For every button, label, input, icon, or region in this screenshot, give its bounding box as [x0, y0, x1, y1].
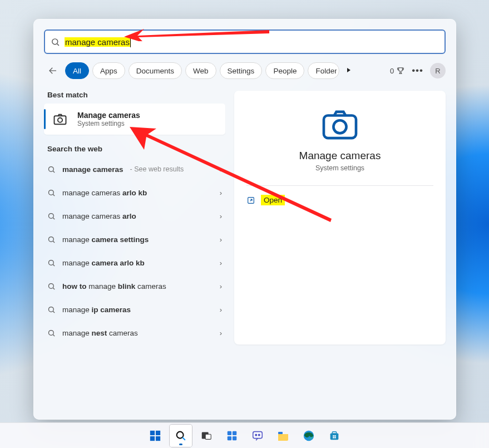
search-icon: [47, 235, 56, 244]
preview-divider: [246, 185, 433, 186]
web-result-item[interactable]: manage cameras arlo kb›: [44, 181, 225, 204]
svg-rect-32: [205, 434, 211, 439]
best-match-subtitle: System settings: [77, 120, 140, 127]
text-caret: [130, 36, 131, 47]
back-button[interactable]: [44, 62, 62, 80]
svg-rect-26: [155, 430, 160, 435]
svg-rect-37: [253, 431, 262, 438]
user-avatar[interactable]: R: [430, 63, 446, 78]
svg-rect-34: [232, 431, 236, 435]
web-result-hint: - See web results: [130, 165, 184, 173]
trophy-icon: [396, 66, 405, 75]
svg-point-20: [49, 330, 54, 335]
svg-point-0: [52, 38, 58, 44]
svg-rect-25: [150, 430, 154, 435]
web-result-item[interactable]: manage nest cameras›: [44, 321, 225, 344]
taskbar-widgets-button[interactable]: [221, 425, 243, 447]
preview-card: Manage cameras System settings Open: [234, 91, 446, 344]
chevron-right-icon: ›: [220, 282, 222, 291]
svg-rect-43: [332, 431, 336, 434]
taskbar-store-button[interactable]: [323, 425, 345, 447]
camera-icon: [51, 110, 70, 129]
web-result-item[interactable]: how to manage blink cameras›: [44, 274, 225, 298]
web-result-item[interactable]: manage camera settings›: [44, 228, 225, 251]
search-icon: [47, 212, 56, 220]
filter-tab-apps[interactable]: Apps: [92, 62, 125, 79]
svg-point-39: [258, 434, 260, 436]
preview-camera-icon: [246, 107, 433, 140]
svg-rect-42: [330, 433, 338, 440]
more-options-button[interactable]: •••: [412, 65, 423, 76]
chevron-right-icon: ›: [220, 329, 222, 337]
taskbar-chat-button[interactable]: [246, 425, 269, 447]
svg-point-38: [255, 434, 256, 436]
search-web-label: Search the web: [47, 145, 225, 153]
filter-scroll-right[interactable]: [343, 67, 355, 74]
filter-tab-settings[interactable]: Settings: [220, 62, 263, 79]
taskbar-explorer-button[interactable]: [272, 425, 294, 447]
svg-marker-3: [347, 68, 350, 72]
svg-rect-47: [334, 437, 335, 438]
results-column: Best match Manage cameras System setting…: [44, 91, 225, 344]
web-result-item[interactable]: manage cameras - See web results›: [44, 157, 225, 181]
taskbar-start-button[interactable]: [144, 425, 166, 447]
web-results-list: manage cameras - See web results›manage …: [44, 157, 225, 344]
search-icon: [47, 329, 56, 337]
best-match-item[interactable]: Manage cameras System settings: [44, 104, 225, 135]
svg-point-14: [49, 260, 54, 265]
search-query-text[interactable]: manage cameras: [65, 37, 130, 47]
best-match-title: Manage cameras: [77, 111, 140, 120]
web-result-item[interactable]: manage cameras arlo›: [44, 204, 225, 228]
search-icon: [47, 282, 56, 291]
svg-rect-4: [55, 116, 66, 124]
svg-point-16: [49, 283, 54, 288]
chevron-right-icon: ›: [220, 259, 222, 267]
filter-tab-documents[interactable]: Documents: [129, 62, 182, 79]
web-result-text: manage cameras arlo: [62, 212, 136, 220]
filter-tab-folders[interactable]: Folders: [308, 62, 339, 79]
svg-point-8: [49, 190, 54, 195]
web-result-text: how to manage blink cameras: [62, 282, 166, 291]
chevron-right-icon: ›: [220, 189, 222, 197]
web-result-text: manage camera arlo kb: [62, 259, 145, 267]
search-icon: [47, 189, 56, 197]
svg-line-21: [53, 334, 55, 336]
taskbar-taskview-button[interactable]: [195, 425, 218, 447]
rewards-indicator[interactable]: 0: [390, 66, 405, 75]
web-result-text: manage cameras: [62, 165, 124, 174]
web-result-text: manage nest cameras: [62, 329, 138, 337]
start-search-panel: manage cameras All Apps Documents Web Se…: [33, 19, 456, 420]
svg-rect-46: [333, 437, 334, 438]
svg-line-7: [53, 171, 55, 173]
web-result-item[interactable]: manage ip cameras›: [44, 298, 225, 321]
svg-line-1: [57, 43, 59, 45]
open-action[interactable]: Open: [246, 195, 433, 205]
taskbar-edge-button[interactable]: [298, 425, 320, 447]
svg-line-15: [53, 264, 55, 266]
best-match-label: Best match: [47, 91, 225, 99]
svg-point-29: [176, 431, 183, 438]
filter-tab-all[interactable]: All: [65, 62, 89, 79]
chevron-right-icon: ›: [220, 235, 222, 244]
web-result-item[interactable]: manage camera arlo kb›: [44, 251, 225, 274]
preview-subtitle: System settings: [246, 164, 433, 172]
svg-rect-40: [278, 432, 283, 434]
search-icon: [47, 259, 56, 267]
svg-rect-27: [150, 436, 154, 440]
filter-tab-people[interactable]: People: [265, 62, 304, 79]
svg-rect-28: [155, 436, 160, 440]
preview-title: Manage cameras: [246, 150, 433, 162]
open-external-icon: [246, 196, 255, 205]
search-icon: [47, 306, 56, 314]
svg-rect-22: [324, 116, 356, 139]
search-icon: [51, 37, 60, 47]
svg-line-19: [53, 311, 55, 313]
open-label: Open: [261, 195, 285, 205]
web-result-text: manage camera settings: [62, 235, 149, 244]
search-input-container[interactable]: manage cameras: [44, 29, 446, 54]
svg-line-30: [182, 437, 185, 440]
taskbar-search-button[interactable]: [170, 425, 192, 447]
filter-tab-web[interactable]: Web: [185, 62, 216, 79]
svg-line-9: [53, 194, 55, 196]
filter-bar: All Apps Documents Web Settings People F…: [44, 61, 446, 81]
